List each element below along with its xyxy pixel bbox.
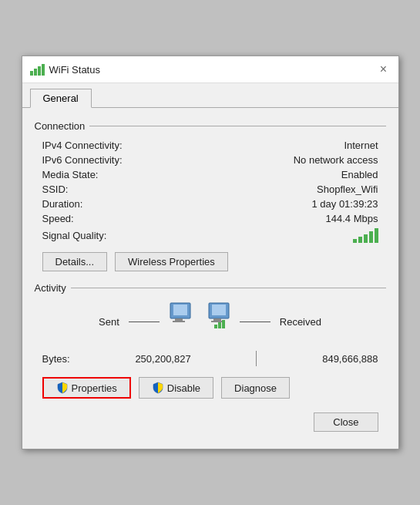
- duration-value: 1 day 01:39:23: [311, 198, 378, 210]
- signal-bar-1: [30, 71, 33, 76]
- ssid-value: Shopflex_Wifi: [317, 183, 378, 195]
- shield-icon: [56, 382, 69, 394]
- title-bar: WiFi Status ×: [22, 56, 398, 83]
- signal-quality-row: Signal Quality:: [42, 226, 378, 244]
- activity-section-header: Activity: [35, 282, 386, 294]
- received-label: Received: [280, 316, 321, 328]
- signal-bar-4: [42, 64, 45, 76]
- signal-bar-1: [353, 239, 357, 243]
- activity-section: Activity Sent: [35, 282, 386, 368]
- speed-value: 144.4 Mbps: [326, 213, 378, 224]
- network-computers-icon: [169, 300, 230, 343]
- svg-rect-9: [218, 322, 221, 328]
- media-state-label: Media State:: [42, 169, 99, 180]
- ssid-label: SSID:: [42, 183, 69, 195]
- signal-bar-2: [34, 69, 37, 76]
- signal-bar-3: [364, 234, 368, 243]
- bytes-received-value: 849,666,888: [322, 353, 378, 365]
- bytes-label: Bytes:: [42, 353, 70, 365]
- ipv4-label: IPv4 Connectivity:: [42, 140, 123, 151]
- svg-rect-7: [211, 321, 223, 322]
- properties-button[interactable]: Properties: [42, 377, 131, 399]
- close-row: Close: [35, 409, 386, 439]
- received-line: [240, 322, 270, 322]
- close-button[interactable]: Close: [314, 412, 378, 432]
- svg-rect-8: [214, 325, 217, 328]
- disable-button[interactable]: Disable: [139, 377, 213, 399]
- svg-rect-6: [213, 318, 221, 321]
- svg-rect-10: [222, 320, 225, 328]
- ipv6-label: IPv6 Connectivity:: [42, 154, 123, 166]
- disable-button-label: Disable: [167, 382, 200, 394]
- title-bar-left: WiFi Status: [30, 64, 100, 76]
- connection-section-header: Connection: [35, 120, 386, 132]
- connection-info-table: IPv4 Connectivity: Internet IPv6 Connect…: [35, 138, 386, 244]
- ipv6-value: No network access: [294, 154, 378, 166]
- svg-rect-5: [212, 305, 226, 315]
- speed-row: Speed: 144.4 Mbps: [42, 211, 378, 226]
- activity-section-label: Activity: [35, 282, 66, 294]
- duration-label: Duration:: [42, 198, 83, 210]
- duration-row: Duration: 1 day 01:39:23: [42, 197, 378, 211]
- bytes-divider: [256, 351, 257, 366]
- ipv4-value: Internet: [344, 140, 378, 151]
- wifi-status-window: WiFi Status × General Connection IPv4 Co…: [22, 56, 399, 449]
- svg-rect-1: [173, 305, 187, 315]
- connection-buttons-row: Details... Wireless Properties: [35, 252, 386, 271]
- wireless-properties-button[interactable]: Wireless Properties: [115, 252, 228, 271]
- ipv4-row: IPv4 Connectivity: Internet: [42, 138, 378, 153]
- speed-label: Speed:: [42, 213, 74, 224]
- signal-quality-label: Signal Quality:: [42, 230, 107, 241]
- media-state-row: Media State: Enabled: [42, 167, 378, 182]
- signal-bars-display: [353, 227, 378, 243]
- connection-section-line: [89, 126, 385, 126]
- window-close-button[interactable]: ×: [377, 62, 391, 76]
- window-title: WiFi Status: [49, 64, 100, 76]
- ipv6-row: IPv6 Connectivity: No network access: [42, 153, 378, 167]
- bottom-buttons-row: Properties Disable Diagnose: [35, 377, 386, 399]
- diagnose-button[interactable]: Diagnose: [221, 377, 290, 399]
- signal-bar-2: [358, 237, 362, 243]
- tab-content: Connection IPv4 Connectivity: Internet I…: [22, 107, 398, 449]
- sent-line: [129, 322, 160, 322]
- bytes-sent-value: 250,200,827: [135, 353, 190, 365]
- activity-visual: Sent: [35, 300, 386, 343]
- media-state-value: Enabled: [341, 169, 378, 180]
- connection-section-label: Connection: [35, 120, 86, 132]
- signal-bar-3: [38, 66, 41, 76]
- tabs-bar: General: [22, 83, 398, 107]
- sent-label: Sent: [99, 316, 119, 328]
- svg-rect-3: [173, 321, 185, 322]
- svg-rect-2: [175, 318, 183, 321]
- activity-section-line: [71, 288, 386, 288]
- tab-general[interactable]: General: [30, 89, 92, 108]
- ssid-row: SSID: Shopflex_Wifi: [42, 182, 378, 197]
- signal-bar-4: [369, 231, 373, 243]
- properties-button-label: Properties: [72, 382, 117, 394]
- shield-icon-disable: [152, 382, 164, 394]
- signal-bar-5: [375, 228, 378, 243]
- wifi-icon: [30, 64, 45, 76]
- details-button[interactable]: Details...: [42, 252, 108, 271]
- bytes-row: Bytes: 250,200,827 849,666,888: [35, 349, 386, 368]
